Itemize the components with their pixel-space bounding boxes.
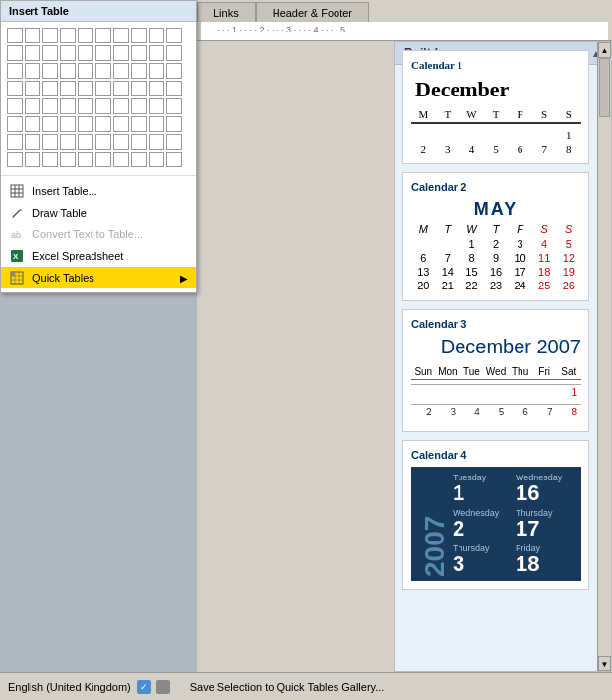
grid-cell[interactable] [7,63,23,79]
grid-cell[interactable] [42,116,58,132]
grid-cell[interactable] [113,63,129,79]
grid-cell[interactable] [78,134,93,150]
grid-cell[interactable] [42,63,58,79]
save-to-gallery-label[interactable]: Save Selection to Quick Tables Gallery..… [190,681,385,693]
grid-cell[interactable] [149,98,164,114]
grid-cell[interactable] [60,28,76,43]
grid-cell[interactable] [25,28,40,43]
grid-cell[interactable] [78,116,93,132]
grid-cell[interactable] [131,116,147,132]
grid-cell[interactable] [25,81,40,96]
cal2-cell: 4 [532,237,557,251]
grid-cell[interactable] [25,134,40,150]
cal3-cell [508,384,532,404]
grid-cell[interactable] [131,45,147,61]
grid-cell[interactable] [166,81,182,96]
grid-cell[interactable] [42,28,58,43]
grid-cell[interactable] [7,152,23,167]
grid-cell[interactable] [131,63,147,79]
grid-cell[interactable] [95,63,111,79]
grid-cell[interactable] [95,116,111,132]
grid-cell[interactable] [60,116,76,132]
grid-cell[interactable] [60,152,76,167]
grid-cell[interactable] [149,152,164,167]
grid-cell[interactable] [95,28,111,43]
quick-tables-menu-item[interactable]: Quick Tables ▶ [1,267,196,288]
grid-cell[interactable] [166,45,182,61]
grid-cell[interactable] [113,134,129,150]
grid-cell[interactable] [95,134,111,150]
grid-cell[interactable] [166,116,182,132]
grid-cell[interactable] [60,98,76,114]
grid-cell[interactable] [131,81,147,96]
grid-cell[interactable] [25,152,40,167]
grid-cell[interactable] [60,45,76,61]
grid-cell[interactable] [7,28,23,43]
scroll-down-button[interactable]: ▼ [598,656,611,671]
grid-cell[interactable] [166,63,182,79]
grid-cell[interactable] [42,98,58,114]
grid-cell[interactable] [42,81,58,96]
grid-cell[interactable] [7,134,23,150]
calendar-panel-inner[interactable]: Calendar 1 December M T W T F S S [395,42,597,671]
grid-cell[interactable] [113,116,129,132]
cal1-cell [411,128,436,142]
grid-cell[interactable] [7,45,23,61]
grid-cell[interactable] [78,63,93,79]
scrollbar[interactable]: ▲ ▼ [597,42,611,671]
grid-cell[interactable] [25,116,40,132]
grid-cell[interactable] [149,45,164,61]
grid-cell[interactable] [131,152,147,167]
grid-cell[interactable] [166,98,182,114]
grid-cell[interactable] [25,63,40,79]
grid-cell[interactable] [7,81,23,96]
grid-cell[interactable] [113,98,129,114]
draw-table-menu-item[interactable]: Draw Table [1,202,196,223]
tab-links[interactable]: Links [197,2,256,22]
grid-cell[interactable] [25,45,40,61]
grid-cell[interactable] [7,98,23,114]
grid-cell[interactable] [113,45,129,61]
grid-cell[interactable] [149,134,164,150]
grid-cell[interactable] [42,152,58,167]
cal3-cell: 6 [508,404,532,423]
scrollbar-thumb[interactable] [599,58,610,117]
grid-cell[interactable] [113,152,129,167]
grid-cell[interactable] [7,116,23,132]
grid-cell[interactable] [95,45,111,61]
grid-cell[interactable] [149,116,164,132]
cal3-cell: 5 [484,404,509,423]
grid-cell[interactable] [78,98,93,114]
grid-cell[interactable] [149,81,164,96]
grid-cell[interactable] [166,152,182,167]
grid-cell[interactable] [131,134,147,150]
excel-spreadsheet-menu-item[interactable]: X Excel Spreadsheet [1,245,196,267]
grid-cell[interactable] [95,81,111,96]
grid-cell[interactable] [60,63,76,79]
tab-header-footer[interactable]: Header & Footer [256,2,369,22]
grid-cell[interactable] [149,28,164,43]
grid-cell[interactable] [95,98,111,114]
cal4-entry: Wednesday 2 [453,508,512,540]
grid-cell[interactable] [95,152,111,167]
scroll-up-button[interactable]: ▲ [598,42,611,58]
insert-table-menu-item[interactable]: Insert Table... [1,180,196,202]
grid-cell[interactable] [149,63,164,79]
grid-cell[interactable] [113,81,129,96]
grid-cell[interactable] [78,81,93,96]
grid-row [7,45,190,61]
cal1-cell: 3 [436,142,460,156]
grid-cell[interactable] [78,45,93,61]
grid-cell[interactable] [60,81,76,96]
grid-cell[interactable] [113,28,129,43]
grid-cell[interactable] [166,28,182,43]
grid-cell[interactable] [42,45,58,61]
grid-cell[interactable] [166,134,182,150]
grid-cell[interactable] [131,28,147,43]
grid-cell[interactable] [25,98,40,114]
grid-cell[interactable] [42,134,58,150]
grid-cell[interactable] [60,134,76,150]
grid-cell[interactable] [78,152,93,167]
grid-cell[interactable] [78,28,93,43]
grid-cell[interactable] [131,98,147,114]
